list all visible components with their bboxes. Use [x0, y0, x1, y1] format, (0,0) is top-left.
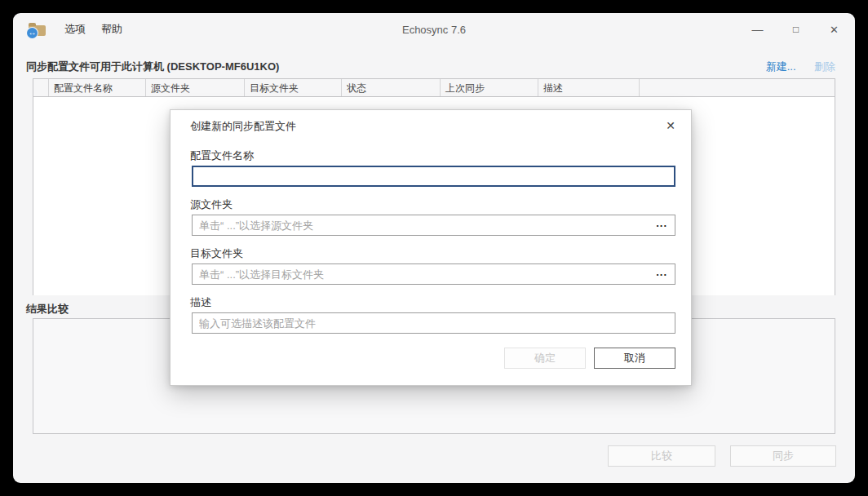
profile-name-field-wrap [192, 166, 675, 187]
col-profile-name[interactable]: 配置文件名称 [48, 79, 145, 96]
col-filler [639, 79, 835, 96]
screen: ↔ 选项 帮助 Echosync 7.6 — □ ✕ 同步配置文件可用于此计算机… [0, 0, 868, 496]
compare-button[interactable]: 比较 [608, 445, 715, 467]
col-description[interactable]: 描述 [538, 79, 639, 96]
delete-profile-link[interactable]: 删除 [814, 60, 835, 73]
source-folder-label: 源文件夹 [190, 197, 232, 212]
profile-name-label: 配置文件名称 [190, 148, 254, 163]
col-target-folder[interactable]: 目标文件夹 [244, 79, 341, 96]
dialog-title: 创建新的同步配置文件 [190, 119, 296, 134]
results-header: 结果比较 [26, 302, 69, 317]
description-label: 描述 [190, 295, 211, 310]
target-browse-ellipsis-button[interactable]: ... [653, 264, 670, 284]
menu-help[interactable]: 帮助 [95, 19, 128, 40]
profile-actions: 新建... 删除 [751, 59, 835, 74]
col-last-sync[interactable]: 上次同步 [440, 79, 538, 96]
menu-options[interactable]: 选项 [59, 19, 91, 40]
profiles-header-row: 同步配置文件可用于此计算机 (DESKTOP-MF6U1KO) 新建... 删除 [26, 59, 835, 74]
source-folder-input[interactable] [192, 215, 675, 236]
close-icon[interactable]: ✕ [815, 13, 853, 46]
profile-name-input[interactable] [192, 166, 675, 187]
target-folder-field-wrap: ... [192, 264, 675, 285]
ok-button[interactable]: 确定 [504, 348, 586, 369]
target-folder-label: 目标文件夹 [190, 246, 243, 261]
sync-arrows-icon: ↔ [27, 28, 38, 38]
window-title: Echosync 7.6 [13, 24, 855, 36]
description-field-wrap [192, 312, 675, 334]
minimize-icon[interactable]: — [738, 13, 777, 46]
app-window: ↔ 选项 帮助 Echosync 7.6 — □ ✕ 同步配置文件可用于此计算机… [13, 13, 855, 483]
window-controls: — □ ✕ [738, 13, 853, 46]
source-folder-field-wrap: ... [192, 215, 675, 236]
titlebar[interactable]: ↔ 选项 帮助 Echosync 7.6 — □ ✕ [13, 13, 855, 46]
col-selector[interactable] [33, 79, 48, 96]
create-profile-dialog: 创建新的同步配置文件 ✕ 配置文件名称 源文件夹 ... 目标文件夹 ... 描… [170, 109, 692, 386]
new-profile-link[interactable]: 新建... [766, 60, 796, 73]
profiles-table-header: 配置文件名称 源文件夹 目标文件夹 状态 上次同步 描述 [33, 79, 835, 97]
maximize-icon[interactable]: □ [777, 13, 815, 46]
dialog-close-icon[interactable]: ✕ [660, 115, 681, 136]
col-source-folder[interactable]: 源文件夹 [145, 79, 244, 96]
profiles-header: 同步配置文件可用于此计算机 (DESKTOP-MF6U1KO) [26, 60, 279, 74]
app-logo-folder-sync-icon: ↔ [28, 23, 46, 37]
source-browse-ellipsis-button[interactable]: ... [653, 215, 670, 235]
col-status[interactable]: 状态 [341, 79, 440, 96]
cancel-button[interactable]: 取消 [594, 348, 675, 369]
sync-button[interactable]: 同步 [730, 445, 836, 467]
target-folder-input[interactable] [192, 264, 675, 285]
description-input[interactable] [192, 312, 675, 334]
